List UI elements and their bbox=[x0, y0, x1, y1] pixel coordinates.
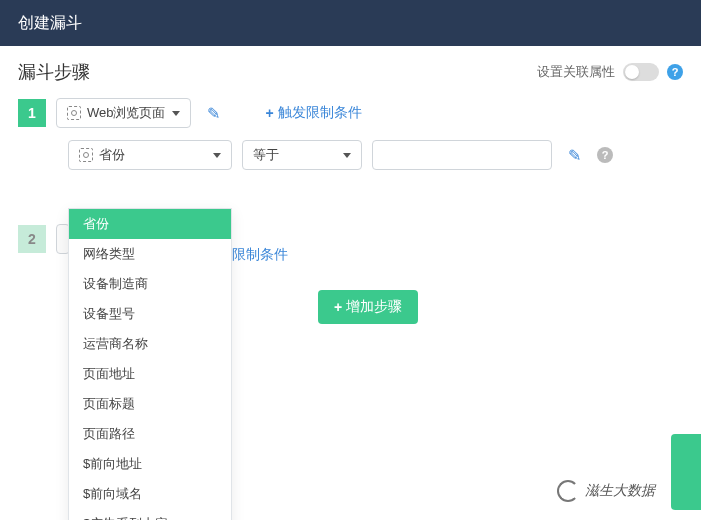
side-action-tab[interactable] bbox=[671, 434, 701, 510]
step-number-2: 2 bbox=[18, 225, 46, 253]
scan-icon bbox=[67, 106, 81, 120]
property-select-label: 省份 bbox=[99, 146, 125, 164]
dropdown-item[interactable]: $前向域名 bbox=[69, 479, 231, 509]
content: 漏斗步骤 设置关联属性 ? 1 Web浏览页面 ✎ + 触发限制条件 省份 bbox=[0, 46, 701, 324]
dropdown-item[interactable]: $前向地址 bbox=[69, 449, 231, 479]
event-select[interactable]: Web浏览页面 bbox=[56, 98, 191, 128]
add-trigger-button[interactable]: + 触发限制条件 bbox=[266, 104, 362, 122]
plus-icon: + bbox=[334, 299, 342, 315]
help-icon[interactable]: ? bbox=[597, 147, 613, 163]
dropdown-item[interactable]: 页面地址 bbox=[69, 359, 231, 389]
event-select-label: Web浏览页面 bbox=[87, 104, 166, 122]
dropdown-item[interactable]: 设备制造商 bbox=[69, 269, 231, 299]
value-input[interactable] bbox=[372, 140, 552, 170]
edit-icon[interactable]: ✎ bbox=[201, 104, 226, 123]
watermark-text: 滋生大数据 bbox=[585, 482, 655, 500]
dropdown-item[interactable]: 页面路径 bbox=[69, 419, 231, 449]
property-dropdown: 省份 网络类型 设备制造商 设备型号 运营商名称 页面地址 页面标题 页面路径 … bbox=[68, 208, 232, 520]
header-row: 漏斗步骤 设置关联属性 ? bbox=[18, 60, 683, 84]
help-icon[interactable]: ? bbox=[667, 64, 683, 80]
condition-row: 省份 等于 ✎ ? bbox=[68, 140, 683, 170]
dropdown-item[interactable]: 设备型号 bbox=[69, 299, 231, 329]
add-step-button[interactable]: + 增加步骤 bbox=[318, 290, 418, 324]
operator-select-label: 等于 bbox=[253, 146, 279, 164]
chevron-down-icon bbox=[213, 153, 221, 158]
add-step-label: 增加步骤 bbox=[346, 298, 402, 316]
dropdown-item[interactable]: 页面标题 bbox=[69, 389, 231, 419]
scan-icon bbox=[79, 148, 93, 162]
dropdown-item[interactable]: $广告系列内容 bbox=[69, 509, 231, 520]
chevron-down-icon bbox=[172, 111, 180, 116]
modal-titlebar: 创建漏斗 bbox=[0, 0, 701, 46]
dropdown-item[interactable]: 网络类型 bbox=[69, 239, 231, 269]
operator-select[interactable]: 等于 bbox=[242, 140, 362, 170]
assoc-toggle[interactable] bbox=[623, 63, 659, 81]
step-1-row: 1 Web浏览页面 ✎ + 触发限制条件 bbox=[18, 98, 683, 128]
plus-icon: + bbox=[266, 105, 274, 121]
step-number-1: 1 bbox=[18, 99, 46, 127]
watermark: 滋生大数据 bbox=[557, 480, 655, 502]
assoc-toggle-group: 设置关联属性 ? bbox=[537, 63, 683, 81]
modal-title: 创建漏斗 bbox=[18, 13, 82, 34]
step2-trigger-link[interactable]: 触发限制条件 bbox=[204, 246, 683, 264]
chevron-down-icon bbox=[343, 153, 351, 158]
dropdown-item[interactable]: 运营商名称 bbox=[69, 329, 231, 359]
section-title: 漏斗步骤 bbox=[18, 60, 90, 84]
assoc-label: 设置关联属性 bbox=[537, 63, 615, 81]
edit-icon[interactable]: ✎ bbox=[562, 146, 587, 165]
property-select[interactable]: 省份 bbox=[68, 140, 232, 170]
dropdown-item[interactable]: 省份 bbox=[69, 209, 231, 239]
wm-icon bbox=[557, 480, 579, 502]
trigger-label: 触发限制条件 bbox=[278, 104, 362, 122]
